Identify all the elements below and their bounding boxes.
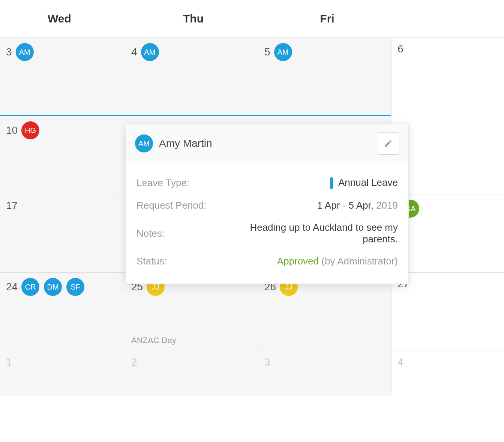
date-number: 4: [398, 356, 404, 368]
period-range: 1 Apr - 5 Apr,: [317, 200, 374, 211]
leave-span-line: [250, 115, 391, 116]
person-badge[interactable]: HG: [21, 121, 39, 139]
date-number: 1: [6, 356, 12, 368]
person-badge[interactable]: AM: [16, 43, 34, 61]
calendar-cell[interactable]: 17: [0, 194, 125, 272]
person-badge[interactable]: DM: [44, 278, 62, 296]
period-label: Request Period:: [136, 200, 223, 211]
status-label: Status:: [136, 255, 223, 267]
event-label: ANZAC Day: [131, 336, 176, 345]
person-badge[interactable]: CR: [21, 278, 39, 296]
avatar: AM: [135, 134, 153, 152]
day-header-wed: Wed: [0, 12, 126, 25]
edit-button[interactable]: [377, 132, 399, 155]
calendar-cell[interactable]: 4: [392, 351, 504, 396]
pencil-icon: [384, 139, 393, 148]
badge-group: AM: [274, 43, 292, 61]
calendar-cell[interactable]: 5AM: [258, 38, 392, 116]
badge-group: AM: [16, 43, 34, 61]
calendar-cell[interactable]: 27: [392, 273, 504, 351]
date-number: 10: [6, 124, 18, 136]
leave-type-pill: [330, 177, 333, 189]
status-by: (by Administrator): [319, 255, 398, 267]
day-header-fri: Fri: [260, 12, 394, 25]
leave-span-line: [0, 115, 125, 116]
row-notes: Notes: Heading up to Auckland to see my …: [136, 217, 398, 250]
period-year: 2019: [374, 200, 398, 211]
date-number: 6: [398, 43, 404, 55]
person-badge[interactable]: AM: [274, 43, 292, 61]
calendar-cell[interactable]: 24CRDMSF: [0, 273, 125, 351]
date-number: 4: [131, 46, 137, 58]
date-number: 24: [6, 281, 18, 293]
leave-type-text: Annual Leave: [338, 177, 398, 188]
date-number: 3: [6, 46, 12, 58]
calendar-cell[interactable]: 10HG: [0, 116, 125, 194]
calendar-cell[interactable]: 6: [392, 38, 504, 116]
calendar-cell[interactable]: 3AM: [0, 38, 125, 116]
leave-span-line: [117, 115, 258, 116]
popover-person-name: Amy Martin: [159, 137, 377, 149]
notes-label: Notes:: [136, 228, 223, 239]
calendar-cell[interactable]: 4AM: [125, 38, 258, 116]
status-value: Approved (by Administrator): [223, 255, 398, 267]
calendar-cell[interactable]: 2: [125, 351, 258, 396]
calendar-row: 1234: [0, 351, 504, 396]
day-header-thu: Thu: [126, 12, 260, 25]
leave-type-value: Annual Leave: [223, 177, 398, 189]
badge-group: CRDMSF: [21, 278, 84, 296]
calendar-cell[interactable]: 25JJANZAC Day: [125, 273, 258, 351]
leave-popover: AM Amy Martin Leave Type: Annual Leave R…: [126, 124, 409, 284]
calendar-cell[interactable]: 1: [0, 351, 125, 396]
person-badge[interactable]: AM: [141, 43, 159, 61]
calendar-row: 3AM4AM5AM6: [0, 37, 504, 116]
popover-body: Leave Type: Annual Leave Request Period:…: [126, 163, 408, 284]
row-leave-type: Leave Type: Annual Leave: [136, 172, 398, 194]
date-number: 2: [131, 356, 137, 368]
badge-group: HG: [21, 121, 39, 139]
day-headers: WedThuFri: [0, 0, 504, 37]
date-number: 5: [264, 46, 270, 58]
notes-value: Heading up to Auckland to see my parents…: [223, 222, 398, 245]
calendar-row: 24CRDMSF25JJANZAC Day26JJ27: [0, 272, 504, 351]
period-value: 1 Apr - 5 Apr, 2019: [223, 200, 398, 211]
date-number: 3: [264, 356, 270, 368]
popover-header: AM Amy Martin: [126, 124, 408, 163]
leave-type-label: Leave Type:: [136, 177, 223, 189]
person-badge[interactable]: SF: [66, 278, 84, 296]
row-status: Status: Approved (by Administrator): [136, 250, 398, 272]
calendar-cell[interactable]: 26JJ: [258, 273, 392, 351]
row-request-period: Request Period: 1 Apr - 5 Apr, 2019: [136, 194, 398, 217]
status-approved: Approved: [277, 255, 319, 267]
badge-group: AM: [141, 43, 159, 61]
date-number: 17: [6, 200, 18, 212]
calendar-cell[interactable]: 3: [258, 351, 392, 396]
